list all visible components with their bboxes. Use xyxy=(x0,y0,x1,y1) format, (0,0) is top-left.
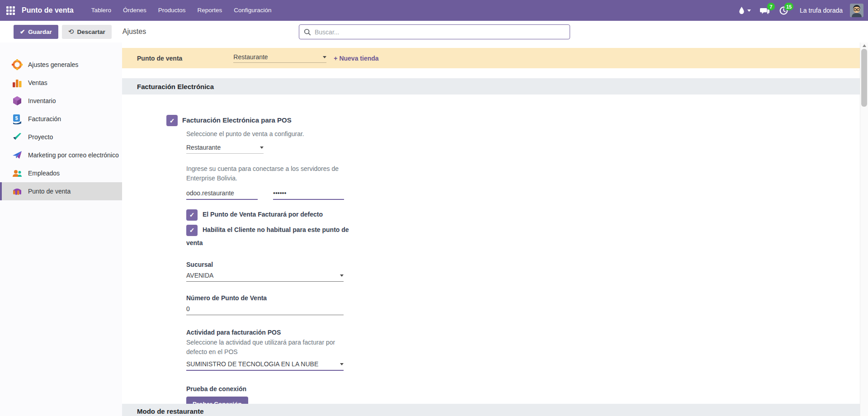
chevron-down-icon xyxy=(340,274,344,277)
sidebar-item-punto-de-venta[interactable]: Punto de venta xyxy=(0,182,122,200)
pos-select[interactable]: Restaurante xyxy=(186,144,264,154)
settings-page: Ajustes generales Ventas Inventario $ xyxy=(0,43,868,416)
search-box[interactable] xyxy=(299,24,570,39)
sales-icon xyxy=(12,77,23,88)
einvoicing-form: ✓ Facturación Electrónica para POS Selec… xyxy=(122,95,860,411)
branch-select-value: AVENIDA xyxy=(186,272,213,279)
menu-tablero[interactable]: Tablero xyxy=(85,0,117,21)
pos-select-help: Seleccione el punto de venta a configura… xyxy=(186,129,860,139)
chevron-down-icon xyxy=(340,363,344,365)
activity-select[interactable]: SUMINISTRO DE TECNOLOGIA EN LA NUBE xyxy=(186,360,344,371)
shop-selector-banner: Punto de venta Restaurante + Nueva tiend… xyxy=(122,48,860,68)
sidebar-item-facturacion[interactable]: $ Facturación xyxy=(0,110,122,128)
invoice-default-option[interactable]: ✓El Punto de Venta Facturará por defecto xyxy=(186,208,349,221)
sidebar-item-label: Marketing por correo electrónico xyxy=(28,151,119,159)
svg-text:$: $ xyxy=(15,115,18,121)
scroll-up-icon[interactable] xyxy=(863,44,866,47)
account-value: odoo.restaurante xyxy=(186,189,234,197)
scrollbar-thumb[interactable] xyxy=(861,49,867,107)
pos-number-input[interactable]: 0 xyxy=(186,305,344,315)
invoice-default-label: El Punto de Venta Facturará por defecto xyxy=(203,211,323,218)
menu-productos[interactable]: Productos xyxy=(152,0,192,21)
sidebar-item-label: Ventas xyxy=(28,79,47,86)
branch-select[interactable]: AVENIDA xyxy=(186,272,344,282)
section-facturacion-electronica: Facturación Electrónica xyxy=(122,78,860,95)
account-input[interactable]: odoo.restaurante xyxy=(186,189,258,200)
settings-main-panel: Punto de venta Restaurante + Nueva tiend… xyxy=(122,43,860,416)
top-navbar: Punto de venta Tablero Órdenes Productos… xyxy=(0,0,868,21)
apps-menu-icon[interactable] xyxy=(0,0,21,21)
discard-button-label: Descartar xyxy=(77,28,105,35)
debug-droplet-icon[interactable] xyxy=(735,0,754,21)
project-icon xyxy=(12,132,23,142)
search-icon xyxy=(304,28,311,36)
password-value: •••••• xyxy=(273,189,286,197)
save-button-label: Guardar xyxy=(28,28,52,35)
chevron-down-icon xyxy=(260,147,264,149)
settings-sidebar: Ajustes generales Ventas Inventario $ xyxy=(0,43,122,416)
inventory-icon xyxy=(12,95,23,106)
breadcrumb: Ajustes xyxy=(123,28,146,36)
save-button[interactable]: ✔ Guardar xyxy=(14,25,58,39)
activity-select-value: SUMINISTRO DE TECNOLOGIA EN LA NUBE xyxy=(186,360,318,368)
section-modo-restaurante: Modo de restaurante xyxy=(122,404,860,416)
new-shop-link[interactable]: + Nueva tienda xyxy=(334,55,378,62)
activity-label: Actividad para facturación POS xyxy=(186,329,860,336)
user-company-name[interactable]: La trufa dorada xyxy=(800,7,843,14)
vertical-scrollbar[interactable] xyxy=(860,43,868,416)
sidebar-item-ajustes-generales[interactable]: Ajustes generales xyxy=(0,56,122,74)
sidebar-item-label: Empleados xyxy=(28,170,60,177)
email-marketing-icon xyxy=(12,150,23,161)
sidebar-item-label: Inventario xyxy=(28,97,56,104)
avatar[interactable] xyxy=(850,4,863,17)
employees-icon xyxy=(12,168,23,179)
droplet-icon xyxy=(738,6,745,15)
menu-reportes[interactable]: Reportes xyxy=(192,0,228,21)
messages-count-badge: 7 xyxy=(767,3,775,10)
sidebar-item-marketing-correo[interactable]: Marketing por correo electrónico xyxy=(0,146,122,164)
pos-icon xyxy=(12,186,23,197)
pos-einvoicing-checkbox[interactable]: ✓ xyxy=(166,115,178,126)
app-title[interactable]: Punto de venta xyxy=(22,6,74,14)
walkin-customer-label: Habilita el Cliente no habitual para est… xyxy=(186,226,349,246)
messages-icon-button[interactable]: 7 xyxy=(757,0,773,21)
sidebar-item-label: Punto de venta xyxy=(28,188,71,195)
sidebar-item-label: Facturación xyxy=(28,115,61,123)
invoicing-icon: $ xyxy=(12,113,23,124)
connection-test-label: Prueba de conexión xyxy=(186,385,860,392)
shop-selector-label: Punto de venta xyxy=(137,55,182,62)
menu-configuracion[interactable]: Configuración xyxy=(228,0,277,21)
chevron-down-icon xyxy=(747,9,751,12)
undo-icon: ⟲ xyxy=(68,28,74,36)
chevron-down-icon xyxy=(323,56,326,58)
walkin-customer-checkbox[interactable]: ✓ xyxy=(186,225,198,236)
invoice-default-checkbox[interactable]: ✓ xyxy=(186,209,198,221)
shop-select[interactable]: Restaurante xyxy=(233,53,326,63)
discard-button[interactable]: ⟲ Descartar xyxy=(62,25,112,39)
pos-number-value: 0 xyxy=(186,305,190,312)
pos-select-value: Restaurante xyxy=(186,144,221,151)
activities-icon-button[interactable]: 15 xyxy=(776,0,792,21)
sidebar-item-empleados[interactable]: Empleados xyxy=(0,164,122,182)
pos-einvoicing-label: Facturación Electrónica para POS xyxy=(182,116,292,124)
sidebar-item-ventas[interactable]: Ventas xyxy=(0,74,122,92)
menu-ordenes[interactable]: Órdenes xyxy=(117,0,152,21)
account-help: Ingrese su cuenta para conectarse a los … xyxy=(186,164,342,183)
control-panel: ✔ Guardar ⟲ Descartar Ajustes xyxy=(0,21,868,43)
sidebar-item-inventario[interactable]: Inventario xyxy=(0,92,122,110)
sidebar-item-label: Ajustes generales xyxy=(28,61,78,68)
shop-select-value: Restaurante xyxy=(233,53,268,61)
general-settings-icon xyxy=(12,59,23,70)
sidebar-item-proyecto[interactable]: Proyecto xyxy=(0,128,122,146)
branch-label: Sucursal xyxy=(186,261,860,268)
walkin-customer-option[interactable]: ✓Habilita el Cliente no habitual para es… xyxy=(186,223,349,250)
pos-number-label: Número de Punto de Venta xyxy=(186,294,860,302)
password-input[interactable]: •••••• xyxy=(273,189,344,200)
check-icon: ✔ xyxy=(20,28,25,35)
activity-help: Seleccione la actividad que utilizará pa… xyxy=(186,338,342,357)
sidebar-item-label: Proyecto xyxy=(28,133,53,141)
search-input[interactable] xyxy=(315,28,565,36)
activities-count-badge: 15 xyxy=(784,3,793,10)
grid-icon xyxy=(6,6,15,15)
